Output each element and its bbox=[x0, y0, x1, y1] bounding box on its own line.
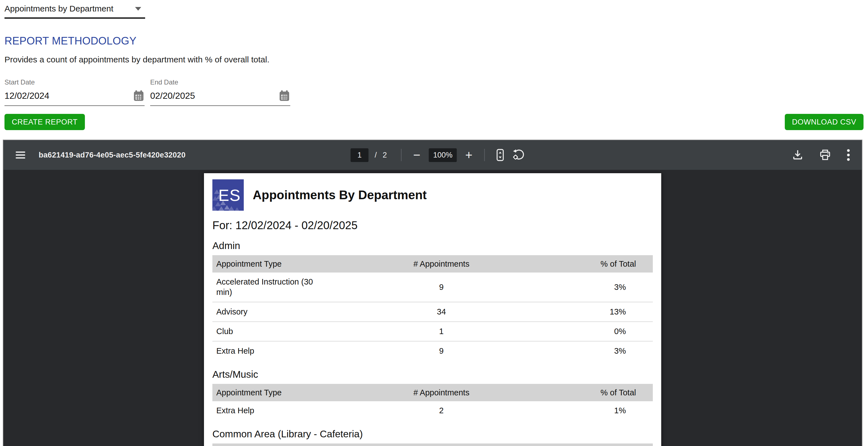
table-cell: 9 bbox=[345, 341, 538, 361]
appointments-table: Appointment Type# Appointments% of Total… bbox=[212, 255, 653, 361]
calendar-icon[interactable] bbox=[279, 90, 290, 101]
actions-row: CREATE REPORT DOWNLOAD CSV bbox=[4, 114, 864, 130]
toolbar-right bbox=[792, 149, 850, 161]
toolbar-divider bbox=[401, 149, 402, 161]
report-date-range: For: 12/02/2024 - 02/20/2025 bbox=[212, 219, 653, 232]
download-icon[interactable] bbox=[792, 149, 804, 161]
report-title: Appointments By Department bbox=[253, 188, 427, 202]
table-header-row: Appointment Type# Appointments% of Total bbox=[212, 444, 653, 446]
report-section: AdminAppointment Type# Appointments% of … bbox=[212, 240, 653, 361]
download-csv-button[interactable]: DOWNLOAD CSV bbox=[785, 114, 864, 130]
column-header: Appointment Type bbox=[212, 444, 345, 446]
table-cell: 9 bbox=[345, 273, 538, 302]
end-date-value[interactable]: 02/20/2025 bbox=[150, 91, 195, 101]
appointments-table: Appointment Type# Appointments% of Total bbox=[212, 444, 653, 446]
pdf-viewer: ba621419-ad76-4e05-aec5-5fe420e32020 1 /… bbox=[3, 140, 862, 446]
page-number-input[interactable]: 1 bbox=[350, 148, 368, 162]
toolbar-divider bbox=[484, 149, 485, 161]
fit-to-page-icon[interactable] bbox=[494, 148, 506, 162]
table-row: Accelerated Instruction (30 min)93% bbox=[212, 273, 653, 302]
create-report-button[interactable]: CREATE REPORT bbox=[4, 114, 85, 130]
end-date-input[interactable]: 02/20/2025 bbox=[150, 90, 290, 106]
table-header-row: Appointment Type# Appointments% of Total bbox=[212, 384, 653, 401]
date-filters: Start Date 12/02/2024 bbox=[4, 78, 864, 106]
table-cell: 1% bbox=[538, 401, 653, 420]
table-cell: Club bbox=[212, 322, 345, 341]
table-cell: 13% bbox=[538, 302, 653, 322]
table-cell: 1 bbox=[345, 322, 538, 341]
start-date-field: Start Date 12/02/2024 bbox=[4, 78, 145, 106]
report-type-selected-value: Appointments by Department bbox=[4, 4, 114, 13]
document-sections: AdminAppointment Type# Appointments% of … bbox=[212, 240, 653, 446]
pdf-toolbar: ba621419-ad76-4e05-aec5-5fe420e32020 1 /… bbox=[3, 140, 862, 170]
table-cell: 3% bbox=[538, 341, 653, 361]
rotate-icon[interactable] bbox=[512, 148, 525, 162]
print-icon[interactable] bbox=[819, 149, 831, 161]
zoom-out-button[interactable]: − bbox=[411, 149, 423, 161]
table-row: Advisory3413% bbox=[212, 302, 653, 322]
calendar-icon[interactable] bbox=[133, 90, 144, 101]
table-cell: Accelerated Instruction (30 min) bbox=[212, 273, 345, 302]
pdf-scroll-area[interactable]: ES Appointments By Department For: 12/02… bbox=[3, 170, 862, 446]
table-cell: 34 bbox=[345, 302, 538, 322]
column-header: % of Total bbox=[538, 444, 653, 446]
section-title: Arts/Music bbox=[212, 369, 653, 380]
column-header: # Appointments bbox=[345, 444, 538, 446]
table-cell: 3% bbox=[538, 273, 653, 302]
report-builder-panel: Appointments by Department REPORT METHOD… bbox=[0, 0, 868, 130]
section-title: Common Area (Library - Cafeteria) bbox=[212, 428, 653, 440]
end-date-field: End Date 02/20/2025 bbox=[150, 78, 290, 106]
table-cell: Extra Help bbox=[212, 341, 345, 361]
report-type-select[interactable]: Appointments by Department bbox=[4, 3, 145, 19]
appointments-table: Appointment Type# Appointments% of Total… bbox=[212, 384, 653, 420]
column-header: Appointment Type bbox=[212, 384, 345, 401]
column-header: % of Total bbox=[538, 255, 653, 273]
table-row: Club10% bbox=[212, 322, 653, 341]
start-date-input[interactable]: 12/02/2024 bbox=[4, 90, 145, 106]
table-cell: 0% bbox=[538, 322, 653, 341]
pdf-page-1: ES Appointments By Department For: 12/02… bbox=[204, 173, 661, 446]
menu-icon[interactable] bbox=[15, 151, 26, 159]
column-header: Appointment Type bbox=[212, 255, 345, 273]
report-section: Common Area (Library - Cafeteria)Appoint… bbox=[212, 428, 653, 446]
zoom-level-input[interactable]: 100% bbox=[429, 148, 457, 162]
page-count: / 2 bbox=[375, 151, 388, 160]
methodology-heading: REPORT METHODOLOGY bbox=[4, 35, 864, 47]
end-date-label: End Date bbox=[150, 78, 290, 86]
table-row: Extra Help93% bbox=[212, 341, 653, 361]
section-title: Admin bbox=[212, 240, 653, 251]
more-options-icon[interactable] bbox=[847, 149, 850, 161]
column-header: # Appointments bbox=[345, 255, 538, 273]
table-header-row: Appointment Type# Appointments% of Total bbox=[212, 255, 653, 273]
table-cell: Extra Help bbox=[212, 401, 345, 420]
table-cell: 2 bbox=[345, 401, 538, 420]
report-header: ES Appointments By Department bbox=[212, 179, 653, 211]
column-header: % of Total bbox=[538, 384, 653, 401]
start-date-value[interactable]: 12/02/2024 bbox=[4, 91, 49, 101]
start-date-label: Start Date bbox=[4, 78, 145, 86]
toolbar-center: 1 / 2 − 100% + bbox=[350, 140, 525, 170]
zoom-in-button[interactable]: + bbox=[463, 149, 475, 161]
caret-down-icon bbox=[135, 7, 141, 11]
report-section: Arts/MusicAppointment Type# Appointments… bbox=[212, 369, 653, 420]
es-logo: ES bbox=[212, 179, 244, 211]
column-header: # Appointments bbox=[345, 384, 538, 401]
es-logo-text: ES bbox=[218, 186, 240, 205]
pdf-document-title: ba621419-ad76-4e05-aec5-5fe420e32020 bbox=[39, 151, 185, 160]
table-row: Extra Help21% bbox=[212, 401, 653, 420]
table-cell: Advisory bbox=[212, 302, 345, 322]
methodology-description: Provides a count of appointments by depa… bbox=[4, 55, 864, 64]
toolbar-left: ba621419-ad76-4e05-aec5-5fe420e32020 bbox=[15, 151, 185, 160]
